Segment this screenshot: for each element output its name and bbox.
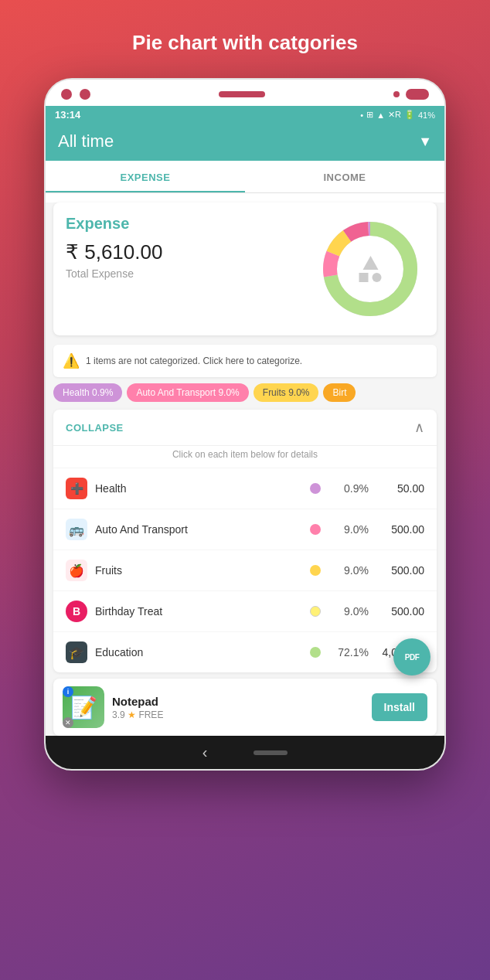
birthday-amount: 500.00 <box>378 605 424 618</box>
tab-bar: EXPENSE INCOME <box>46 161 444 193</box>
ad-info-button[interactable]: i <box>63 686 73 697</box>
education-name: Education <box>95 646 310 658</box>
collapse-label: COLLAPSE <box>66 422 124 434</box>
power-btn <box>406 89 429 100</box>
birthday-name: Birthday Treat <box>95 605 310 618</box>
keyboard-icon: ⊞ <box>366 110 373 120</box>
header-title: All time <box>58 131 114 151</box>
list-item-education[interactable]: 🎓 Education 72.1% 4,000.00 <box>53 631 437 672</box>
health-pct: 0.9% <box>330 482 369 495</box>
list-item-auto[interactable]: 🚌 Auto And Transport 9.0% 500.00 <box>53 509 437 550</box>
collapse-chevron-icon: ∧ <box>414 419 424 436</box>
ad-close-button[interactable]: ✕ <box>63 717 73 728</box>
ad-install-button[interactable]: Install <box>372 693 427 721</box>
education-dot <box>310 647 321 658</box>
fruits-pct: 9.0% <box>330 564 369 577</box>
list-item-birthday[interactable]: B Birthday Treat 9.0% 500.00 <box>53 590 437 631</box>
education-icon: 🎓 <box>66 641 87 663</box>
auto-name: Auto And Transport <box>95 523 310 536</box>
donut-chart <box>316 215 424 323</box>
dropdown-icon[interactable]: ▼ <box>418 134 432 150</box>
battery-pct: 41% <box>418 111 435 120</box>
chart-center <box>359 256 382 282</box>
bottom-nav: ‹ <box>46 736 444 769</box>
health-amount: 50.00 <box>378 482 424 495</box>
pdf-icon: PDF <box>405 653 420 662</box>
fruits-name: Fruits <box>95 564 310 577</box>
expense-subtitle: Total Expense <box>66 267 316 280</box>
birthday-icon: B <box>66 601 87 622</box>
ad-free-label: FREE <box>138 709 163 720</box>
auto-dot <box>310 524 321 535</box>
fruits-dot <box>310 565 321 576</box>
tag-auto[interactable]: Auto And Transport 9.0% <box>127 383 248 402</box>
ad-rating-value: 3.9 <box>112 709 125 720</box>
back-button[interactable]: ‹ <box>202 744 208 761</box>
home-indicator <box>254 750 288 755</box>
tag-birthday[interactable]: Birt <box>323 383 356 402</box>
warning-icon: ⚠️ <box>63 352 80 369</box>
ad-text: Notepad 3.9 ★ FREE <box>112 695 364 720</box>
auto-icon: 🚌 <box>66 519 87 540</box>
ad-app-name: Notepad <box>112 695 364 708</box>
dot-right <box>393 91 400 97</box>
list-item-fruits[interactable]: 🍎 Fruits 9.0% 500.00 <box>53 550 437 590</box>
auto-amount: 500.00 <box>378 523 424 536</box>
signal-icon: ✕R <box>388 110 401 120</box>
education-pct: 72.1% <box>330 646 369 658</box>
fruits-amount: 500.00 <box>378 564 424 577</box>
tag-health[interactable]: Health 0.9% <box>53 383 122 402</box>
page-title: Pie chart with catgories <box>132 31 358 55</box>
expense-amount: ₹ 5,610.00 <box>66 240 316 264</box>
birthday-dot <box>310 606 321 617</box>
phone-hardware-top <box>46 80 444 106</box>
app-header[interactable]: All time ▼ <box>46 124 444 161</box>
pdf-fab[interactable]: PDF <box>393 638 430 675</box>
list-item-health[interactable]: ➕ Health 0.9% 50.00 <box>53 468 437 509</box>
phone-mockup: 13:14 • ⊞ ▲ ✕R 🔋 41% All time ▼ EXPENSE … <box>44 78 446 771</box>
wifi-icon: ▲ <box>376 111 385 120</box>
ad-star-icon: ★ <box>128 709 136 720</box>
collapse-section: COLLAPSE ∧ Click on each item below for … <box>53 410 437 672</box>
category-tags: Health 0.9% Auto And Transport 9.0% Frui… <box>46 383 444 410</box>
health-dot <box>310 483 321 494</box>
birthday-pct: 9.0% <box>330 605 369 618</box>
collapse-header[interactable]: COLLAPSE ∧ <box>53 410 437 445</box>
content-area: Expense ₹ 5,610.00 Total Expense <box>46 202 444 736</box>
warning-bar[interactable]: ⚠️ 1 items are not categorized. Click he… <box>53 345 437 377</box>
warning-text: 1 items are not categorized. Click here … <box>86 356 302 366</box>
health-name: Health <box>95 482 310 495</box>
tab-expense[interactable]: EXPENSE <box>46 161 245 192</box>
expense-card: Expense ₹ 5,610.00 Total Expense <box>53 202 437 335</box>
tag-fruits[interactable]: Fruits 9.0% <box>254 383 319 402</box>
tab-income[interactable]: INCOME <box>245 161 444 192</box>
status-icons: • ⊞ ▲ ✕R 🔋 41% <box>360 110 435 120</box>
sensor <box>80 89 90 100</box>
fruits-icon: 🍎 <box>66 560 87 581</box>
status-bar: 13:14 • ⊞ ▲ ✕R 🔋 41% <box>46 106 444 124</box>
collapse-hint: Click on each item below for details <box>53 445 437 468</box>
sim-icon: • <box>360 111 363 120</box>
ad-icon-area: 📝 i ✕ <box>63 686 104 728</box>
auto-pct: 9.0% <box>330 523 369 536</box>
expense-label: Expense <box>66 215 316 233</box>
health-icon: ➕ <box>66 478 87 499</box>
status-time: 13:14 <box>55 109 80 121</box>
front-camera <box>61 89 72 100</box>
ad-rating: 3.9 ★ FREE <box>112 709 364 720</box>
speaker <box>219 91 265 97</box>
ad-banner: 📝 i ✕ Notepad 3.9 ★ FREE Install <box>53 679 437 736</box>
battery-icon: 🔋 <box>404 110 415 120</box>
